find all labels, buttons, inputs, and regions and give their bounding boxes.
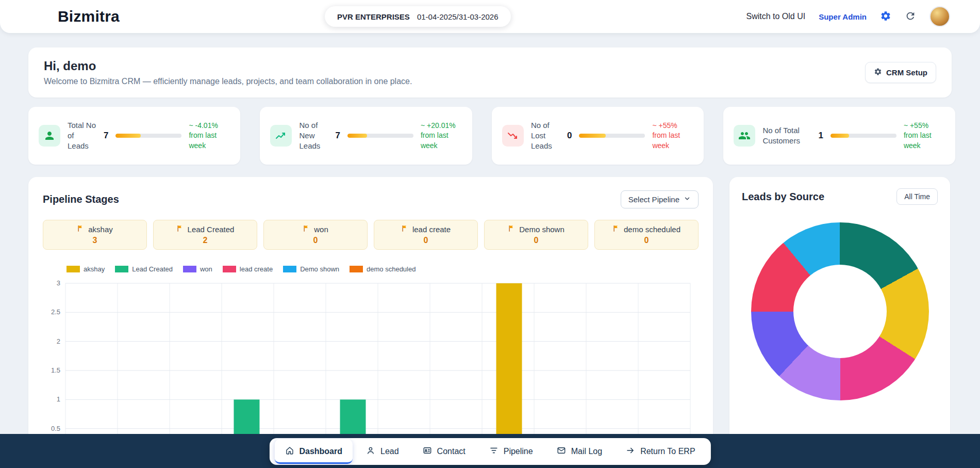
stat-value: 7 (335, 131, 340, 141)
bottom-nav-dock: Dashboard Lead Contact Pipeline Mail Log (269, 438, 710, 465)
stat-value: 7 (104, 131, 108, 141)
flag-icon (508, 224, 516, 234)
stat-label: Total No of Leads (68, 120, 96, 152)
stat-progress-bar (830, 134, 896, 138)
refresh-icon (905, 10, 916, 23)
nav-item-dashboard[interactable]: Dashboard (274, 439, 353, 464)
nav-item-contact[interactable]: Contact (412, 439, 476, 464)
flag-icon (401, 224, 409, 234)
svg-text:1.5: 1.5 (51, 366, 60, 374)
stage-name: demo scheduled (624, 225, 680, 234)
svg-text:1: 1 (57, 395, 60, 403)
stat-progress-bar (347, 134, 413, 138)
stage-chip[interactable]: demo scheduled 0 (594, 220, 699, 250)
nav-label: Lead (380, 447, 399, 456)
new-leads-trend-up-icon (270, 125, 292, 147)
stage-name: akshay (88, 225, 113, 234)
nav-label: Contact (437, 447, 466, 456)
stat-delta: ~ -4.01% from last week (189, 121, 230, 151)
fiscal-period: 01-04-2025/31-03-2026 (417, 12, 499, 21)
nav-item-lead[interactable]: Lead (356, 439, 409, 464)
company-period-selector[interactable]: PVR ENTERPRISES 01-04-2025/31-03-2026 (325, 6, 511, 27)
donut-hole (793, 265, 887, 358)
stage-chip[interactable]: akshay 3 (43, 220, 147, 250)
crm-setup-label: CRM Setup (886, 68, 927, 77)
pipeline-stage-chips: akshay 3 Lead Created 2 won 0 lead creat… (43, 220, 699, 250)
legend-item: won (183, 265, 212, 273)
crm-setup-button[interactable]: CRM Setup (865, 62, 936, 83)
nav-item-pipeline[interactable]: Pipeline (479, 439, 543, 464)
leads-by-source-card: Leads by Source All Time (729, 177, 950, 468)
welcome-card: Hi, demo Welcome to Bizmitra CRM — effic… (28, 47, 952, 98)
stat-delta: ~ +20.01% from last week (421, 121, 462, 151)
legend-item: Demo shown (283, 265, 339, 273)
legend-item: demo scheduled (350, 265, 416, 273)
stage-count: 0 (644, 236, 649, 245)
brand-logo: Bizmitra (58, 8, 120, 25)
stage-count: 2 (203, 236, 208, 245)
source-card-title: Leads by Source (742, 191, 824, 203)
user-role-label[interactable]: Super Admin (819, 12, 867, 21)
stage-name: Lead Created (188, 225, 235, 234)
svg-text:2: 2 (57, 337, 60, 345)
settings-button[interactable] (880, 10, 891, 23)
stage-name: Demo shown (519, 225, 564, 234)
stage-name: lead create (412, 225, 451, 234)
leads-donut-chart (751, 222, 929, 400)
stat-progress-bar (115, 134, 181, 138)
main-content: Pipeline Stages Select Pipeline akshay 3… (28, 177, 950, 468)
select-pipeline-dropdown[interactable]: Select Pipeline (621, 190, 699, 208)
refresh-button[interactable] (905, 10, 916, 23)
stat-label: No of Total Customers (762, 125, 811, 147)
top-header: Bizmitra PVR ENTERPRISES 01-04-2025/31-0… (0, 0, 980, 33)
legend-item: Lead Created (115, 265, 173, 273)
stage-chip[interactable]: lead create 0 (374, 220, 478, 250)
gear-icon (880, 10, 891, 23)
nav-item-mail-log[interactable]: Mail Log (546, 439, 612, 464)
stat-progress-fill (347, 134, 367, 138)
switch-old-ui-link[interactable]: Switch to Old UI (746, 12, 806, 21)
stat-progress-bar (579, 134, 645, 138)
header-actions: Switch to Old UI Super Admin (746, 6, 951, 27)
bottom-nav-bar: Dashboard Lead Contact Pipeline Mail Log (0, 434, 980, 468)
stat-delta: ~ +55% from last week (652, 121, 693, 151)
nav-label: Return To ERP (640, 447, 695, 456)
nav-item-return-to-erp[interactable]: Return To ERP (616, 439, 705, 464)
home-icon (285, 446, 294, 457)
stat-progress-fill (579, 134, 605, 138)
person-icon (366, 446, 375, 457)
pipeline-icon (489, 446, 499, 457)
stat-card: No of Lost Leads 0 ~ +55% from last week (492, 107, 704, 165)
stats-row: Total No of Leads 7 ~ -4.01% from last w… (28, 107, 952, 165)
legend-item: lead create (223, 265, 273, 273)
pipeline-stages-card: Pipeline Stages Select Pipeline akshay 3… (28, 177, 713, 468)
flag-icon (176, 224, 184, 234)
stat-label: No of New Leads (299, 120, 328, 152)
chart-legend: akshayLead Createdwonlead createDemo sho… (67, 265, 699, 273)
stat-progress-fill (830, 134, 849, 138)
contact-card-icon (423, 446, 432, 457)
all-time-filter-button[interactable]: All Time (896, 188, 938, 205)
lost-leads-trend-down-icon (502, 125, 524, 147)
user-avatar[interactable] (929, 6, 950, 27)
stat-card: Total No of Leads 7 ~ -4.01% from last w… (28, 107, 240, 165)
svg-text:0.5: 0.5 (51, 425, 60, 432)
svg-text:2.5: 2.5 (51, 308, 60, 316)
stage-chip[interactable]: Demo shown 0 (484, 220, 588, 250)
mail-icon (557, 446, 566, 457)
stage-count: 3 (93, 236, 97, 245)
stat-delta: ~ +55% from last week (904, 121, 945, 151)
stat-card: No of New Leads 7 ~ +20.01% from last we… (260, 107, 472, 165)
nav-label: Dashboard (299, 447, 342, 456)
stat-card: No of Total Customers 1 ~ +55% from last… (723, 107, 955, 165)
arrow-right-icon (626, 446, 635, 457)
select-pipeline-label: Select Pipeline (628, 195, 679, 204)
legend-item: akshay (67, 265, 105, 273)
stage-chip[interactable]: Lead Created 2 (153, 220, 257, 250)
stage-count: 0 (313, 236, 318, 245)
stat-value: 0 (567, 131, 572, 141)
gear-icon (874, 68, 882, 77)
nav-label: Pipeline (504, 447, 533, 456)
stage-chip[interactable]: won 0 (263, 220, 368, 250)
welcome-subtitle: Welcome to Bizmitra CRM — efficiently ma… (44, 77, 412, 86)
